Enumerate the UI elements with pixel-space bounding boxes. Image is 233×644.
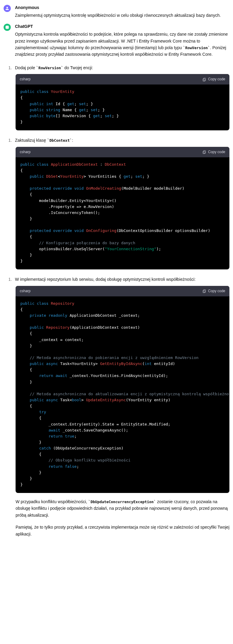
step-2-text: Zaktualizuj klasę `DbContext`:	[15, 137, 229, 144]
user-message-text: Zaimplementuj optymistyczną kontrolę wsp…	[15, 12, 229, 19]
outro-paragraph-1: W przypadku konfliktu współbieżności, `D…	[16, 498, 229, 518]
assistant-avatar	[4, 24, 11, 31]
list-item: 1. W implementacji repozytorium lub serw…	[4, 276, 229, 283]
step-3-text: W implementacji repozytorium lub serwisu…	[15, 276, 229, 283]
code-body[interactable]: public class ApplicationDbContext : DbCo…	[16, 157, 229, 269]
inline-code: `DbUpdateConcurrencyException`	[88, 500, 156, 504]
code-body[interactable]: public class YourEntity { public int Id …	[16, 85, 229, 130]
assistant-author-label: ChatGPT	[15, 23, 229, 30]
assistant-message: ChatGPT Optymistyczna kontrola współbież…	[4, 23, 229, 58]
assistant-intro: Optymistyczna kontrola współbieżności to…	[15, 31, 229, 58]
code-body[interactable]: public class Repository { private readon…	[16, 296, 229, 493]
outro-paragraph-2: Pamiętaj, że to tylko prosty przykład, a…	[16, 524, 229, 537]
list-item: 1. Dodaj pole `RowVersion` do Twojej enc…	[4, 64, 229, 71]
code-block-2: csharp Copy code public class Applicatio…	[16, 147, 229, 270]
code-block-1: csharp Copy code public class YourEntity…	[16, 74, 229, 130]
clipboard-icon	[202, 77, 206, 82]
inline-code: `RowVersion`	[36, 66, 63, 70]
code-block-3: csharp Copy code public class Repository…	[16, 286, 229, 493]
code-lang-label: csharp	[20, 149, 31, 155]
step-1-text: Dodaj pole `RowVersion` do Twojej encji:	[15, 64, 229, 71]
openai-icon	[5, 25, 10, 30]
list-item: 1. Zaktualizuj klasę `DbContext`:	[4, 137, 229, 144]
inline-code: `RowVersion`	[183, 46, 210, 50]
user-icon	[5, 6, 10, 11]
user-avatar	[4, 5, 11, 12]
code-lang-label: csharp	[20, 288, 31, 294]
copy-code-button[interactable]: Copy code	[202, 76, 225, 82]
user-message: Anonymous Zaimplementuj optymistyczną ko…	[4, 4, 229, 19]
clipboard-icon	[202, 289, 206, 293]
copy-code-button[interactable]: Copy code	[202, 288, 225, 294]
svg-rect-4	[203, 289, 205, 292]
svg-rect-2	[203, 150, 205, 153]
code-lang-label: csharp	[20, 76, 31, 82]
inline-code: `DbContext`	[47, 138, 72, 143]
clipboard-icon	[202, 150, 206, 154]
copy-code-button[interactable]: Copy code	[202, 149, 225, 155]
user-author-label: Anonymous	[15, 4, 229, 11]
svg-rect-0	[203, 78, 205, 81]
